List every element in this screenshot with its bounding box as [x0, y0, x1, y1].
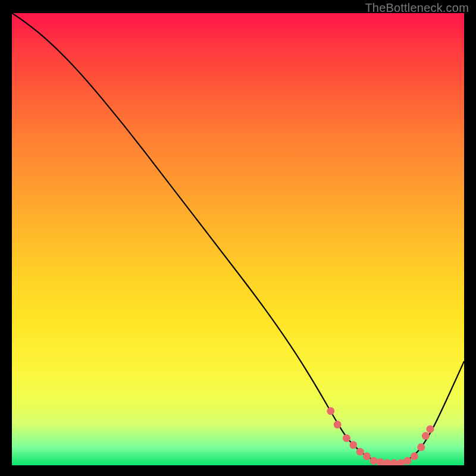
data-marker — [334, 421, 342, 428]
data-marker — [417, 443, 425, 451]
data-marker — [343, 434, 350, 442]
data-marker — [404, 457, 412, 465]
data-marker — [370, 457, 378, 465]
data-marker — [327, 407, 334, 415]
bottleneck-curve — [12, 13, 464, 463]
data-marker — [427, 425, 434, 433]
data-marker — [422, 432, 430, 440]
data-marker — [411, 452, 418, 460]
data-marker — [383, 459, 391, 465]
chart-plot-area — [12, 13, 464, 465]
data-marker — [390, 459, 398, 465]
data-marker — [363, 452, 371, 460]
data-marker — [397, 459, 405, 465]
data-marker — [377, 458, 384, 465]
data-marker — [349, 441, 357, 449]
attribution-text: TheBottleneck.com — [365, 1, 469, 15]
chart-svg — [12, 13, 464, 465]
marker-group — [327, 407, 434, 465]
data-marker — [356, 448, 364, 456]
